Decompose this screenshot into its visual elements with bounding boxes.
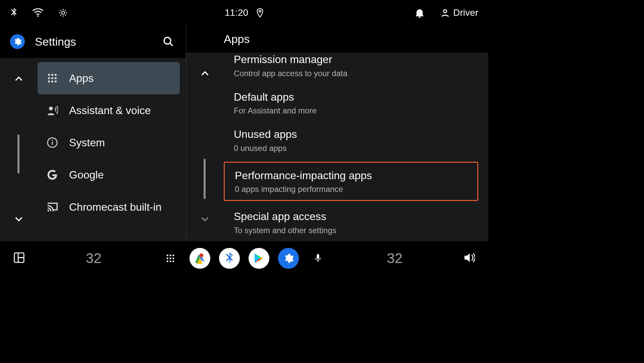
brightness-icon [58, 8, 68, 17]
settings-app-button[interactable] [278, 248, 299, 269]
temp-right[interactable]: 32 [387, 250, 402, 266]
settings-entry-title: Permission manager [234, 53, 468, 67]
settings-entry-subtitle: 0 apps impacting performance [235, 185, 467, 194]
sidebar-item-label: Chromecast built-in [69, 201, 162, 213]
detail-scroll-down-icon[interactable] [200, 214, 210, 225]
sidebar-item-google[interactable]: Google [38, 159, 180, 191]
bluetooth-app-button[interactable] [219, 248, 240, 269]
settings-entry-subtitle: For Assistant and more [234, 106, 468, 115]
settings-entry-performance-impacting-apps[interactable]: Performance-impacting apps0 apps impacti… [224, 162, 478, 201]
svg-point-11 [172, 258, 174, 259]
svg-point-2 [259, 10, 261, 12]
settings-sidebar: Settings AppsAssistant & voiceSystemGoog… [0, 25, 186, 241]
sidebar-item-label: Apps [69, 72, 94, 85]
user-label: Driver [453, 7, 478, 18]
grid-icon [46, 72, 59, 84]
svg-point-10 [170, 258, 171, 259]
voice-icon [46, 105, 59, 116]
sidebar-item-label: Assistant & voice [69, 104, 151, 117]
detail-scroll-up-icon[interactable] [200, 69, 210, 80]
settings-entry-subtitle: 0 unused apps [234, 144, 468, 153]
google-icon [46, 169, 59, 180]
svg-point-9 [167, 258, 168, 259]
settings-entry-permission-manager[interactable]: Permission managerControl app access to … [224, 53, 478, 84]
sidebar-item-label: Google [69, 169, 104, 181]
svg-point-13 [170, 260, 171, 262]
play-store-button[interactable] [249, 248, 269, 269]
notification-bell-icon[interactable] [415, 8, 424, 18]
settings-entry-special-app-access[interactable]: Special app accessTo system and other se… [224, 204, 478, 241]
svg-rect-18 [317, 254, 319, 259]
detail-heading: Apps [186, 25, 488, 53]
volume-button[interactable] [464, 253, 475, 264]
settings-entry-title: Performance-impacting apps [235, 169, 467, 183]
settings-app-icon [10, 34, 25, 49]
svg-point-4 [164, 37, 171, 44]
settings-entry-unused-apps[interactable]: Unused apps0 unused apps [224, 121, 478, 159]
sidebar-item-apps[interactable]: Apps [38, 62, 180, 94]
search-button[interactable] [161, 34, 176, 49]
sidebar-item-chromecast-built-in[interactable]: Chromecast built-in [38, 191, 180, 223]
status-clock: 11:20 [225, 7, 248, 18]
svg-point-14 [172, 260, 174, 262]
sidebar-scroll-up-icon[interactable] [14, 74, 23, 85]
layout-toggle-button[interactable] [13, 252, 25, 265]
status-bar: 11:20 Driver [0, 0, 488, 25]
maps-app-button[interactable] [190, 248, 210, 269]
voice-assistant-button[interactable] [308, 248, 328, 269]
sidebar-scrollbar-thumb[interactable] [17, 135, 19, 173]
sidebar-title: Settings [35, 35, 151, 48]
app-launcher-button[interactable] [160, 248, 181, 269]
user-profile-button[interactable]: Driver [440, 7, 478, 18]
svg-point-3 [444, 9, 447, 12]
settings-entry-title: Special app access [234, 210, 468, 224]
sidebar-scroll-down-icon[interactable] [14, 214, 23, 225]
settings-entry-title: Unused apps [234, 127, 468, 142]
sidebar-item-label: System [69, 137, 105, 149]
wifi-icon [32, 8, 44, 17]
bottom-bar: 32 32 [0, 241, 488, 275]
svg-point-12 [167, 260, 168, 262]
sidebar-item-assistant-voice[interactable]: Assistant & voice [38, 94, 180, 126]
settings-entry-subtitle: Control app access to your data [234, 69, 468, 78]
cast-icon [46, 201, 59, 213]
info-icon [46, 137, 59, 148]
svg-point-6 [167, 255, 168, 256]
detail-scrollbar-thumb[interactable] [204, 159, 206, 199]
svg-point-1 [61, 11, 64, 14]
settings-detail-pane: Apps Permission managerControl app acces… [186, 25, 488, 241]
settings-entry-title: Default apps [234, 90, 468, 104]
svg-point-17 [201, 255, 202, 256]
location-icon [256, 8, 264, 18]
svg-point-0 [37, 15, 39, 16]
settings-entry-default-apps[interactable]: Default appsFor Assistant and more [224, 84, 478, 122]
svg-point-7 [170, 255, 171, 256]
sidebar-item-system[interactable]: System [38, 126, 180, 159]
settings-entry-subtitle: To system and other settings [234, 226, 468, 235]
bluetooth-icon [10, 8, 17, 18]
svg-point-8 [172, 255, 174, 256]
temp-left[interactable]: 32 [86, 250, 102, 266]
